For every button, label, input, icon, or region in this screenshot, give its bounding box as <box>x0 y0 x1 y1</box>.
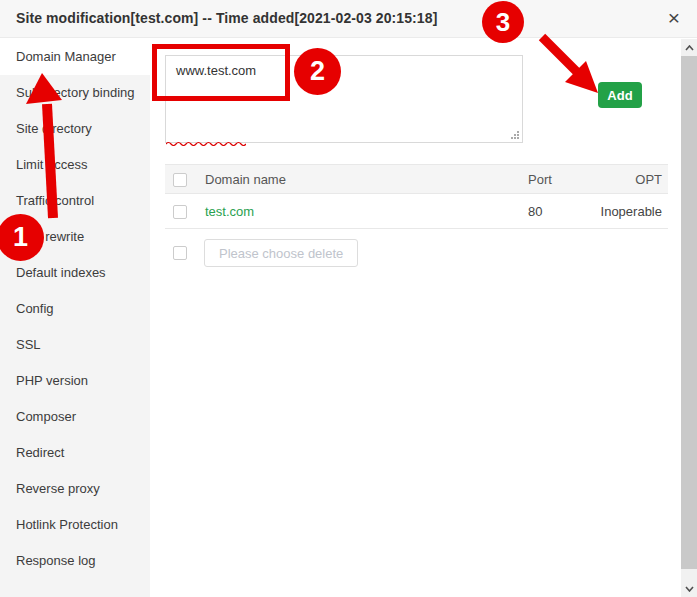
sidebar-item-composer[interactable]: Composer <box>0 399 150 435</box>
select-all-checkbox[interactable] <box>173 173 187 187</box>
opt-cell: Inoperable <box>588 204 668 219</box>
sidebar-item-default-indexes[interactable]: Default indexes <box>0 255 150 291</box>
sidebar-item-redirect[interactable]: Redirect <box>0 435 150 471</box>
sidebar-item-php-version[interactable]: PHP version <box>0 363 150 399</box>
domain-table: Domain name Port OPT test.com 80 Inopera… <box>165 164 668 229</box>
scrollbar-down-arrow-icon[interactable] <box>681 580 697 597</box>
add-domain-button[interactable]: Add <box>598 82 642 108</box>
vertical-scrollbar[interactable] <box>681 39 697 597</box>
port-cell: 80 <box>528 204 588 219</box>
sidebar-item-reverse-proxy[interactable]: Reverse proxy <box>0 471 150 507</box>
sidebar-item-url-rewrite[interactable]: URL rewrite <box>0 219 150 255</box>
dialog-title: Site modification[test.com] -- Time adde… <box>16 10 437 26</box>
table-row: test.com 80 Inoperable <box>165 194 668 229</box>
domain-cell[interactable]: test.com <box>205 204 254 219</box>
bulk-delete-row: Please choose delete <box>165 239 358 267</box>
sidebar-item-limit-access[interactable]: Limit access <box>0 147 150 183</box>
row-checkbox[interactable] <box>173 205 187 219</box>
header-domain-name: Domain name <box>205 172 528 187</box>
scrollbar-thumb[interactable] <box>681 56 697 569</box>
scrollbar-up-arrow-icon[interactable] <box>681 39 697 56</box>
header-port: Port <box>528 172 588 187</box>
domain-table-header: Domain name Port OPT <box>165 164 668 194</box>
sidebar-item-config[interactable]: Config <box>0 291 150 327</box>
sidebar-item-traffic-control[interactable]: Traffic control <box>0 183 150 219</box>
sidebar-item-site-directory[interactable]: Site directory <box>0 111 150 147</box>
sidebar-item-subdirectory-binding[interactable]: Subdirectory binding <box>0 75 150 111</box>
domain-input[interactable]: www.test.com <box>165 55 523 143</box>
textarea-resize-handle[interactable] <box>510 130 520 140</box>
close-icon[interactable]: × <box>661 5 687 31</box>
sidebar-item-hotlink-protection[interactable]: Hotlink Protection <box>0 507 150 543</box>
domain-manager-panel: www.test.com Add Domain name Po <box>150 39 681 597</box>
domain-input-value: www.test.com <box>176 63 256 78</box>
site-modification-dialog: Site modification[test.com] -- Time adde… <box>0 0 697 597</box>
spellcheck-squiggle <box>166 141 246 146</box>
sidebar-item-ssl[interactable]: SSL <box>0 327 150 363</box>
dialog-titlebar: Site modification[test.com] -- Time adde… <box>0 0 697 38</box>
delete-selected-button[interactable]: Please choose delete <box>204 239 358 267</box>
sidebar-item-domain-manager[interactable]: Domain Manager <box>0 39 150 75</box>
sidebar-item-response-log[interactable]: Response log <box>0 543 150 579</box>
bulk-select-checkbox[interactable] <box>173 246 187 260</box>
header-opt: OPT <box>588 172 668 187</box>
sidebar-nav: Domain Manager Subdirectory binding Site… <box>0 39 150 597</box>
